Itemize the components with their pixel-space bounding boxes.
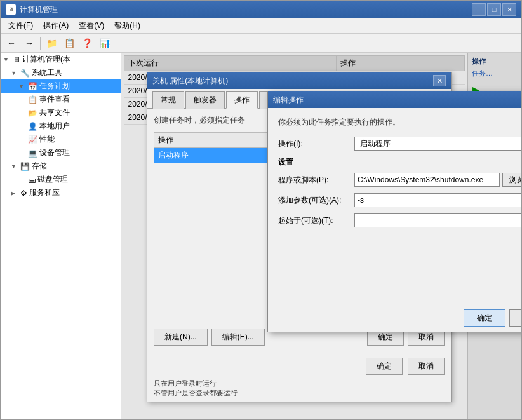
tree-label-storage: 存储 [32, 161, 47, 172]
tab-triggers[interactable]: 触发器 [185, 91, 225, 109]
settings-section-label: 设置 [278, 157, 521, 168]
menu-help[interactable]: 帮助(H) [109, 19, 145, 32]
bottom-cancel-btn[interactable]: 取消 [408, 358, 445, 375]
tree-icon-events: 📋 [28, 95, 37, 104]
maximize-button[interactable]: □ [487, 3, 501, 16]
toolbar: ← → 📁 📋 ❓ 📊 [1, 34, 521, 53]
action-select[interactable]: 启动程序 [354, 137, 521, 151]
back-button[interactable]: ← [3, 36, 20, 51]
expand-icon-perf [18, 137, 26, 143]
expand-icon-disk [18, 177, 26, 183]
tree-icon-disk: 🖴 [28, 175, 36, 184]
forward-button[interactable]: → [21, 36, 37, 51]
lower-text-1: 只在用户登录时运行 [154, 379, 445, 388]
tree-label-disk: 磁盘管理 [37, 174, 68, 185]
content-area: ▼ 🖥 计算机管理(本 ▼ 🔧 系统工具 ▼ 📅 任务计划 📋 事件查看 [1, 53, 521, 419]
tree-item-storage[interactable]: ▼ 💾 存储 [1, 159, 121, 173]
expand-icon-storage[interactable]: ▼ [11, 163, 18, 170]
tree-icon-perf: 📈 [28, 135, 37, 144]
edit-ok-button[interactable]: 确定 [464, 309, 505, 327]
edit-dialog-info: 你必须为此任务指定要执行的操作。 [278, 117, 521, 128]
tree-item-perf[interactable]: 📈 性能 [1, 133, 121, 146]
add-args-label: 添加参数(可选)(A): [278, 195, 354, 206]
tree-icon-root: 🖥 [13, 55, 20, 64]
expand-icon-devices [18, 150, 26, 156]
tab-actions[interactable]: 操作 [226, 91, 258, 109]
program-label: 程序或脚本(P): [278, 175, 354, 186]
expand-icon-users [18, 123, 26, 130]
expand-icon-shared [18, 110, 26, 116]
tree-label-events: 事件查看 [39, 94, 70, 105]
expand-icon-events [18, 97, 26, 103]
tree-label-devices: 设备管理 [39, 147, 70, 158]
action-label: 操作(I): [278, 139, 354, 149]
tree-icon-tasks: 📅 [28, 82, 37, 91]
edit-dialog-body: 你必须为此任务指定要执行的操作。 操作(I): 启动程序 设置 程序或脚本(P)… [268, 108, 521, 304]
start-in-input[interactable] [354, 213, 521, 227]
toolbar-btn-1[interactable]: 📁 [43, 36, 60, 51]
tree-item-users[interactable]: 👤 本地用户 [1, 119, 121, 133]
task-dialog-close[interactable]: ✕ [433, 75, 446, 86]
toolbar-btn-2[interactable]: 📋 [61, 36, 77, 51]
bottom-ok-btn[interactable]: 确定 [366, 358, 403, 375]
start-in-row: 起始于(可选)(T): [278, 213, 521, 227]
app-title: 计算机管理 [20, 4, 472, 15]
add-args-row: 添加参数(可选)(A): [278, 193, 521, 207]
menu-file[interactable]: 文件(F) [3, 19, 38, 32]
left-panel: ▼ 🖥 计算机管理(本 ▼ 🔧 系统工具 ▼ 📅 任务计划 📋 事件查看 [1, 53, 121, 419]
task-dialog-title-bar: 关机 属性(本地计算机) ✕ [147, 72, 451, 89]
expand-icon-services[interactable]: ▶ [11, 190, 18, 196]
toolbar-separator-1 [40, 37, 41, 50]
tree-item-disk[interactable]: 🖴 磁盘管理 [1, 173, 121, 186]
tab-general[interactable]: 常规 [152, 91, 184, 109]
tree-label-root: 计算机管理(本 [22, 54, 70, 65]
title-bar-buttons: ─ □ ✕ [472, 3, 516, 16]
edit-cancel-button[interactable]: 取消 [509, 309, 521, 327]
menu-bar: 文件(F) 操作(A) 查看(V) 帮助(H) [1, 18, 521, 34]
tree-item-events[interactable]: 📋 事件查看 [1, 93, 121, 106]
tree-label-users: 本地用户 [39, 121, 70, 132]
close-button[interactable]: ✕ [502, 3, 516, 16]
expand-icon-sys[interactable]: ▼ [11, 70, 18, 76]
expand-icon-tasks[interactable]: ▼ [18, 83, 26, 90]
tree-icon-users: 👤 [28, 122, 37, 131]
program-row: 程序或脚本(P): 浏览(R)... [278, 173, 521, 187]
task-dialog-title: 关机 属性(本地计算机) [152, 76, 433, 86]
edit-action-dialog: 编辑操作 ✕ 你必须为此任务指定要执行的操作。 操作(I): 启动程序 设置 [267, 91, 521, 332]
expand-icon[interactable]: ▼ [3, 57, 11, 63]
app-icon: 🖥 [6, 4, 16, 15]
menu-view[interactable]: 查看(V) [74, 19, 109, 32]
tree-item-shared[interactable]: 📂 共享文件 [1, 106, 121, 119]
lower-text-2: 不管用户是否登录都要运行 [154, 388, 445, 398]
menu-action[interactable]: 操作(A) [38, 19, 74, 32]
tree-item-system[interactable]: ▼ 🔧 系统工具 [1, 66, 121, 79]
tree-item-root[interactable]: ▼ 🖥 计算机管理(本 [1, 53, 121, 66]
new-action-button[interactable]: 新建(N)... [154, 329, 208, 346]
main-window: 🖥 计算机管理 ─ □ ✕ 文件(F) 操作(A) 查看(V) 帮助(H) ← … [0, 0, 522, 420]
toolbar-btn-4[interactable]: 📊 [97, 36, 113, 51]
start-in-label: 起始于(可选)(T): [278, 215, 354, 226]
edit-action-button[interactable]: 编辑(E)... [211, 329, 265, 346]
tree-icon-services: ⚙ [20, 189, 27, 198]
tree-item-tasks[interactable]: ▼ 📅 任务计划 [1, 79, 121, 93]
tree-icon-storage: 💾 [20, 162, 30, 171]
tree-label-shared: 共享文件 [39, 107, 70, 118]
tree-label-services: 服务和应 [29, 187, 60, 198]
title-bar: 🖥 计算机管理 ─ □ ✕ [1, 1, 521, 18]
toolbar-btn-3[interactable]: ❓ [79, 36, 95, 51]
action-row: 操作(I): 启动程序 [278, 137, 521, 151]
tree-label-tasks: 任务计划 [39, 81, 70, 91]
tree-item-services[interactable]: ▶ ⚙ 服务和应 [1, 186, 121, 200]
browse-button[interactable]: 浏览(R)... [502, 173, 521, 187]
task-footer-extra: 确定 取消 只在用户登录时运行 不管用户是否登录都要运行 [147, 351, 451, 402]
program-input[interactable] [354, 173, 500, 187]
tree-icon-sys: 🔧 [20, 69, 30, 78]
edit-dialog-title-bar: 编辑操作 ✕ [268, 91, 521, 108]
tree-icon-shared: 📂 [28, 109, 37, 118]
right-panel: 下次运行 操作 2020/ 2020/ [121, 53, 521, 419]
add-args-input[interactable] [354, 193, 521, 207]
minimize-button[interactable]: ─ [472, 3, 486, 16]
tree-icon-devices: 💻 [28, 149, 37, 158]
edit-dialog-title-text: 编辑操作 [273, 95, 521, 105]
tree-item-devices[interactable]: 💻 设备管理 [1, 146, 121, 159]
